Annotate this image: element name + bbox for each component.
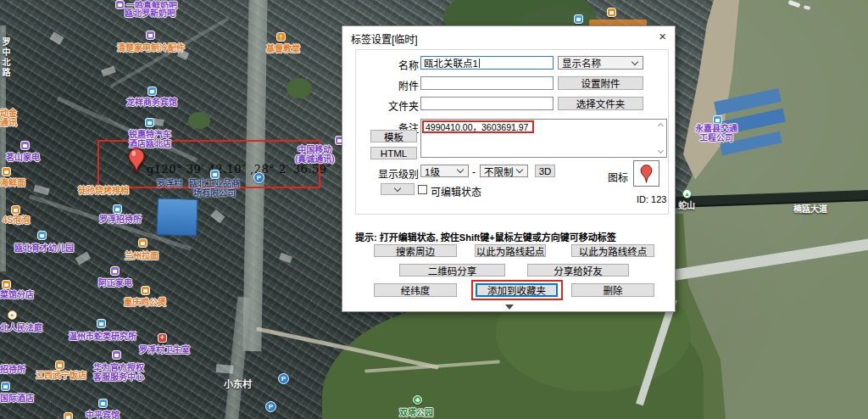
orange-poi-icon[interactable] [2, 280, 11, 289]
poi-label[interactable]: 江西武宁饭店 [36, 371, 86, 380]
orange-poi-icon[interactable] [138, 238, 147, 248]
green-mtn-poi-icon[interactable] [682, 189, 692, 198]
parking-poi-icon[interactable] [278, 373, 289, 384]
orange-poi-icon[interactable] [141, 286, 150, 295]
poi-label[interactable]: 蛇山 [678, 201, 695, 210]
route-end-button[interactable]: 以此为路线终点 [571, 244, 654, 257]
blue-poi-icon[interactable] [574, 14, 583, 24]
name-input[interactable]: 瓯北关联点1 [420, 56, 554, 70]
poi-label[interactable]: 4S泡泡 [3, 215, 30, 225]
blue-poi-icon[interactable] [147, 87, 157, 96]
poi-label[interactable]: 北人民法庭 [0, 323, 42, 332]
orange-poi-icon[interactable] [2, 167, 11, 176]
parking-poi-icon[interactable] [253, 172, 264, 183]
poi-label[interactable]: 重庆鸡公煲 [124, 298, 166, 307]
pin-icon-picker[interactable] [633, 160, 659, 187]
scroll-up-icon[interactable] [659, 122, 665, 128]
level-from-select[interactable]: 1级 [420, 165, 469, 177]
blue-poi-icon[interactable] [98, 399, 108, 408]
attachment-label: 附件 [353, 78, 419, 92]
collapse-triangle-icon[interactable] [505, 304, 514, 310]
set-attachment-button[interactable]: 设置附件 [558, 76, 643, 90]
editable-checkbox[interactable] [418, 185, 427, 194]
level-to-value: 不限制 [484, 165, 514, 178]
purple-poi-icon[interactable] [115, 0, 125, 9]
poi-label[interactable]: 双塔公园 [399, 408, 433, 417]
red-poi-icon[interactable] [158, 333, 167, 343]
qr-share-button[interactable]: 二维码分享 [399, 264, 505, 277]
attachment-input[interactable] [420, 76, 554, 90]
expand-button[interactable] [381, 183, 415, 195]
notes-textarea[interactable]: 4990410.00，3603691.97 [420, 119, 667, 158]
blue-poi-icon[interactable] [210, 170, 220, 179]
poi-label[interactable]: 菜馆分店 [0, 290, 34, 299]
icon-label: 图标 [608, 170, 628, 184]
poi-label[interactable]: 动金 通讯 [0, 109, 17, 127]
name-value: 瓯北关联点1 [424, 56, 478, 70]
poi-label[interactable]: 永嘉县交通 工程公司 [695, 124, 737, 142]
poi-label[interactable]: 瓯北罗新奶吧 [125, 8, 175, 18]
parking-poi-icon[interactable] [265, 401, 276, 412]
poi-label[interactable]: 楠瓯大道 [793, 204, 827, 214]
html-button[interactable]: HTML [370, 147, 417, 159]
star-poi-icon[interactable] [8, 310, 17, 320]
poi-label[interactable]: 海鲜面 [0, 178, 25, 187]
poi-label[interactable]: 龙祥商务宾馆 [126, 98, 177, 107]
church-poi-icon[interactable] [276, 32, 286, 42]
purple-poi-icon[interactable] [20, 141, 30, 150]
poi-label[interactable]: 瓯北育才幼儿园 [14, 243, 74, 253]
poi-label[interactable]: 徒孙烧烤排档 [78, 186, 129, 195]
blue-poi-icon[interactable] [113, 204, 122, 214]
poi-label[interactable]: 国际酒店 [0, 394, 34, 403]
orange-poi-icon[interactable] [55, 360, 64, 370]
poi-label[interactable]: 罗浮村 [157, 179, 182, 188]
purple-poi-icon[interactable] [110, 266, 120, 276]
orange-poi-icon[interactable] [11, 205, 20, 215]
poi-label[interactable]: 茗山家电 [6, 153, 40, 162]
poi-label[interactable]: 华为官方授权 客服服务中心 [93, 363, 144, 382]
purple-poi-icon[interactable] [146, 31, 155, 40]
building [33, 185, 49, 195]
purple-poi-icon[interactable] [112, 350, 121, 360]
share-friend-button[interactable]: 分享给好友 [527, 264, 629, 277]
poi-label[interactable]: 小东村 [224, 380, 252, 389]
poi-label[interactable]: 锐惠特汽车 酒店瓯北店 [129, 130, 171, 148]
poi-label[interactable]: 中国移动 (真诚通讯) [295, 145, 335, 164]
poi-label[interactable]: 温州市蛇类研究所 [69, 332, 136, 341]
search-nearby-button[interactable]: 搜索周边 [374, 244, 457, 257]
tip-text: 提示: 打开编辑状态, 按住Shift键+鼠标左键或方向键可移动标签 [355, 230, 616, 243]
display-name-select[interactable]: 显示名称 [558, 56, 643, 70]
blue-poi-icon[interactable] [1, 382, 10, 391]
green-tree-poi-icon[interactable] [413, 395, 422, 405]
orange-poi-icon[interactable] [607, 8, 616, 17]
map-pin-icon[interactable] [127, 147, 146, 176]
poi-label[interactable]: 罗浮招待所 [99, 215, 142, 224]
blue-poi-icon[interactable] [37, 231, 47, 240]
3d-button[interactable]: 3D [535, 165, 555, 177]
poi-label[interactable]: 阿正家电 [98, 278, 132, 288]
lat-lng-button[interactable]: 经纬度 [374, 283, 457, 297]
close-icon[interactable]: × [659, 30, 666, 42]
delete-button[interactable]: 删除 [571, 283, 654, 297]
template-button[interactable]: 模板 [370, 130, 417, 142]
orange-poi-icon[interactable] [64, 412, 73, 419]
route-start-button[interactable]: 以此为路线起点 [475, 244, 546, 257]
poi-label[interactable]: 罗浮村卫生室 [139, 345, 190, 355]
street [110, 17, 230, 87]
folder-input[interactable] [420, 97, 554, 110]
blue-poi-icon[interactable] [145, 118, 154, 127]
poi-label[interactable]: 招待所 [0, 365, 25, 374]
blue-poi-icon[interactable] [97, 319, 106, 328]
poi-label[interactable]: 罗中北路 [1, 37, 10, 78]
poi-label[interactable]: 兰州拉面 [125, 251, 159, 260]
poi-label[interactable]: 基督教堂 [266, 44, 300, 53]
dialog-title: 标签设置[临时] [351, 31, 418, 46]
choose-folder-button[interactable]: 选择文件夹 [558, 97, 643, 110]
notes-annotation-rectangle: 4990410.00，3603691.97 [422, 120, 534, 133]
poi-label[interactable]: 中平宾馆 [86, 411, 120, 419]
scroll-down-icon[interactable] [659, 148, 665, 154]
poi-label[interactable]: 瓯北工业品商 场有限公司 [189, 179, 240, 198]
level-to-select[interactable]: 不限制 [480, 165, 528, 177]
add-favorite-button[interactable]: 添加到收藏夹 [476, 283, 558, 297]
poi-label[interactable]: 清楚家电制冷配件 [117, 43, 185, 53]
